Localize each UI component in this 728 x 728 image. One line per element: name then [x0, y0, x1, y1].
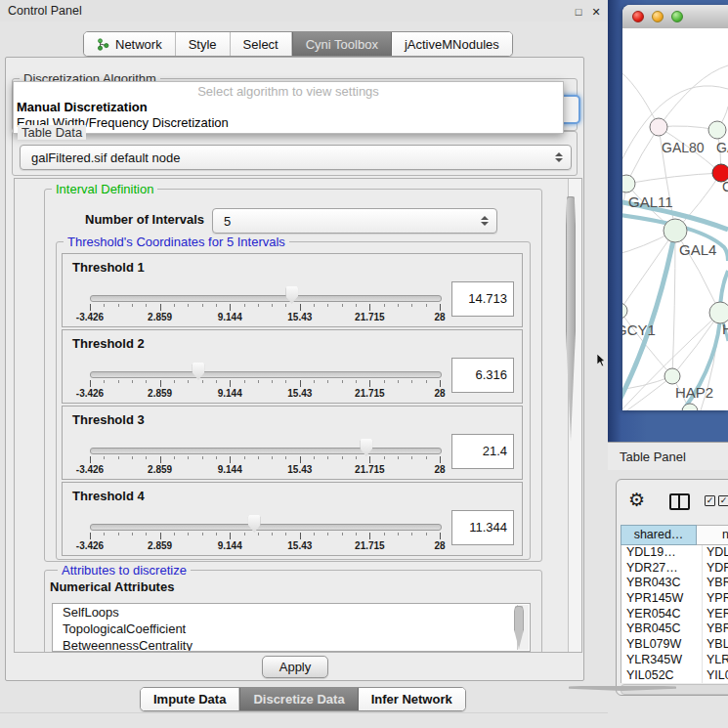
column-layout-icon[interactable] — [669, 493, 690, 510]
table-row[interactable]: YIL052CYIL0 — [621, 668, 728, 684]
close-panel-icon[interactable]: ✕ — [589, 5, 603, 19]
tab-impute-data[interactable]: Impute Data — [141, 688, 239, 710]
tab-select[interactable]: Select — [231, 32, 292, 56]
tab-discretize-data[interactable]: Discretize Data — [239, 688, 358, 710]
tick-label: -3.426 — [76, 540, 104, 551]
zoom-button[interactable] — [671, 11, 683, 22]
scrollbar-thumb[interactable] — [566, 196, 576, 441]
node-hap2[interactable] — [664, 368, 680, 384]
algorithm-placeholder-option[interactable]: Select algorithm to view settings — [14, 84, 563, 99]
tick-label: 9.144 — [218, 540, 242, 551]
slider-ticks: -3.4262.8599.14415.4321.71528 — [90, 380, 440, 402]
combo-stepper-icon — [477, 216, 496, 226]
tick-mark — [440, 380, 441, 387]
network-window-titlebar[interactable] — [622, 5, 728, 29]
table-cell-shared-name: YBR043C — [621, 576, 702, 591]
float-panel-icon[interactable]: □ — [572, 5, 585, 19]
table-data-combobox[interactable]: galFiltered.sif default node — [20, 145, 572, 170]
tick-mark — [272, 380, 273, 383]
tick-mark — [104, 304, 105, 307]
table-data-selected: galFiltered.sif default node — [21, 150, 551, 165]
minimize-button[interactable] — [652, 11, 664, 22]
slider-track[interactable] — [90, 448, 442, 454]
checkbox-icon[interactable]: ✓ — [718, 495, 728, 506]
scrollbar-thumb[interactable] — [569, 686, 676, 691]
tick-mark — [356, 456, 357, 459]
threshold-value-field[interactable]: 21.4 — [451, 434, 514, 469]
slider-track[interactable] — [90, 371, 442, 378]
node-gal80[interactable] — [650, 118, 667, 136]
table-cell-name: YIL0 — [702, 668, 728, 684]
table-row[interactable]: YBR043CYBR0 — [621, 576, 728, 591]
threshold-value-field[interactable]: 11.344 — [451, 510, 514, 545]
tick-mark — [411, 304, 412, 307]
table-panel-titlebar: Table Panel — [608, 442, 728, 470]
network-view-window: GAL80 GA C GAL11 GAL4 GCY1 H HAP2 — [622, 5, 728, 410]
threshold-value-field[interactable]: 14.713 — [451, 281, 514, 317]
node-bottom[interactable] — [682, 404, 698, 410]
tab-infer-network-label: Infer Network — [371, 692, 452, 707]
tick-mark — [285, 456, 286, 459]
number-of-intervals-combobox[interactable]: 5 — [212, 208, 497, 234]
tick-mark — [202, 533, 203, 535]
threshold-slider[interactable]: -3.4262.8599.14415.4321.71528 — [90, 438, 440, 479]
table-row[interactable]: YDL19…YDL1 — [621, 545, 728, 561]
attributes-group-title: Attributes to discretize — [58, 563, 191, 578]
node-ga[interactable] — [708, 121, 726, 139]
table-row[interactable]: YPR145WYPR1 — [621, 591, 728, 607]
apply-button[interactable]: Apply — [262, 656, 328, 678]
tick-mark — [174, 380, 175, 383]
network-canvas[interactable]: GAL80 GA C GAL11 GAL4 GCY1 H HAP2 — [622, 28, 728, 410]
tick-label: 15.43 — [287, 388, 312, 399]
tick-mark — [398, 380, 399, 383]
threshold-value-field[interactable]: 6.316 — [451, 358, 514, 393]
node-gal11[interactable] — [622, 175, 635, 193]
table-row[interactable]: YER054CYER0 — [621, 607, 728, 622]
tab-style[interactable]: Style — [176, 32, 231, 56]
slider-track[interactable] — [90, 524, 442, 531]
tab-cyni-toolbox[interactable]: Cyni Toolbox — [292, 32, 392, 56]
node-label: C — [722, 179, 728, 194]
tick-mark — [216, 304, 217, 307]
attributes-scrollbar[interactable] — [517, 605, 529, 650]
tick-mark — [118, 304, 119, 307]
threshold-slider[interactable]: -3.4262.8599.14415.4321.71528 — [90, 285, 440, 326]
algorithm-dropdown-popup: Select algorithm to view settings Manual… — [13, 81, 564, 134]
tick-label: 9.144 — [218, 312, 242, 322]
gear-icon[interactable]: ⚙ — [628, 490, 645, 511]
attribute-item[interactable]: TopologicalCoefficient — [53, 621, 530, 637]
numerical-attributes-list[interactable]: SelfLoopsTopologicalCoefficientBetweenne… — [52, 603, 531, 652]
table-row[interactable]: YDR27…YDR2 — [621, 561, 728, 577]
slider-ticks: -3.4262.8599.14415.4321.71528 — [90, 456, 440, 478]
column-header-name[interactable]: na — [697, 525, 728, 545]
close-button[interactable] — [632, 11, 644, 22]
settings-vertical-scrollbar[interactable] — [568, 179, 581, 652]
tab-network[interactable]: Network — [84, 32, 176, 56]
slider-track[interactable] — [90, 295, 442, 302]
threshold-label: Threshold 3 — [72, 412, 145, 427]
attribute-item[interactable]: SelfLoops — [53, 604, 530, 621]
tick-mark — [426, 533, 427, 535]
mouse-cursor — [597, 354, 607, 367]
node-gal4[interactable] — [664, 219, 687, 242]
checkbox-icon[interactable]: ✓ — [705, 495, 715, 506]
tab-infer-network[interactable]: Infer Network — [359, 688, 465, 710]
tick-mark — [369, 456, 370, 463]
tick-label: 28 — [434, 388, 445, 399]
column-header-shared-name[interactable]: shared… — [621, 525, 697, 545]
node-gcy1[interactable] — [622, 303, 627, 319]
tick-mark — [327, 304, 328, 307]
table-horizontal-scrollbar[interactable] — [621, 684, 728, 695]
tab-jactivemnodules[interactable]: jActiveMNodules — [392, 32, 512, 56]
algorithm-option-manual[interactable]: Manual Discretization — [17, 100, 148, 114]
cyni-mode-tabs: Impute Data Discretize Data Infer Networ… — [140, 687, 466, 711]
table-row[interactable]: YLR345WYLR3 — [621, 653, 728, 668]
tick-mark — [132, 304, 133, 307]
table-row[interactable]: YBL079WYBL0 — [621, 637, 728, 653]
table-row[interactable]: YBR045CYBR0 — [621, 621, 728, 637]
node-label: GAL11 — [628, 193, 673, 210]
attribute-item[interactable]: BetweennessCentrality — [53, 637, 530, 652]
threshold-slider[interactable]: -3.4262.8599.14415.4321.71528 — [90, 362, 440, 403]
tick-mark — [342, 304, 343, 307]
threshold-slider[interactable]: -3.4262.8599.14415.4321.71528 — [90, 514, 440, 555]
